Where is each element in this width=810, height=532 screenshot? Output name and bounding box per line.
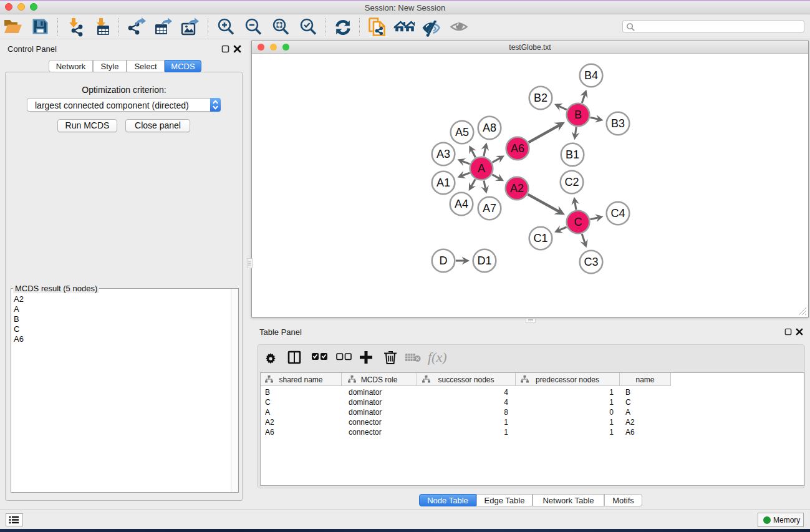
svg-text:C: C: [574, 216, 582, 228]
svg-text:C3: C3: [584, 256, 598, 268]
svg-text:A5: A5: [455, 126, 469, 138]
svg-text:A6: A6: [511, 142, 524, 155]
svg-text:D: D: [440, 254, 448, 267]
svg-text:C4: C4: [610, 207, 625, 220]
svg-text:B2: B2: [534, 92, 547, 104]
svg-text:C1: C1: [533, 232, 547, 244]
svg-text:A2: A2: [510, 182, 524, 195]
svg-text:B3: B3: [611, 117, 625, 130]
svg-text:A4: A4: [455, 198, 468, 210]
svg-text:A: A: [478, 162, 485, 175]
svg-text:B1: B1: [566, 148, 579, 161]
svg-text:A7: A7: [483, 202, 496, 215]
svg-text:A8: A8: [483, 122, 496, 134]
svg-text:C2: C2: [564, 176, 579, 188]
svg-text:D1: D1: [477, 254, 491, 267]
svg-text:B: B: [574, 109, 582, 121]
svg-text:B4: B4: [584, 69, 598, 82]
svg-text:A1: A1: [436, 177, 450, 189]
svg-text:A3: A3: [436, 148, 450, 160]
